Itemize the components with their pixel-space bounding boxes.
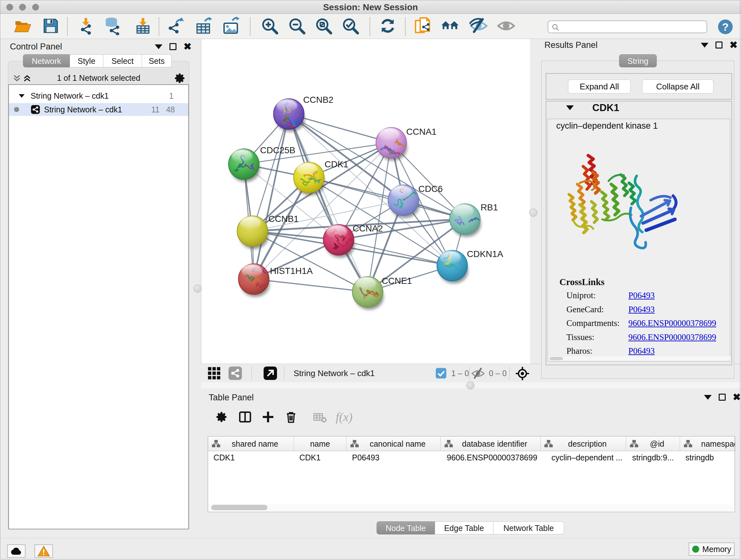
svg-text:CCNA2: CCNA2 <box>353 224 383 233</box>
svg-text:CDKN1A: CDKN1A <box>467 249 503 259</box>
svg-text:RB1: RB1 <box>481 202 498 212</box>
svg-text:CDC6: CDC6 <box>418 184 443 194</box>
svg-text:HIST1H1A: HIST1H1A <box>270 266 313 276</box>
svg-text:CCNB1: CCNB1 <box>268 214 299 224</box>
svg-text:CCNA1: CCNA1 <box>406 127 436 137</box>
svg-text:CDK1: CDK1 <box>325 159 348 169</box>
svg-text:CCNB2: CCNB2 <box>303 95 333 105</box>
svg-text:CCNE1: CCNE1 <box>382 276 412 286</box>
svg-text:CDC25B: CDC25B <box>260 145 295 155</box>
